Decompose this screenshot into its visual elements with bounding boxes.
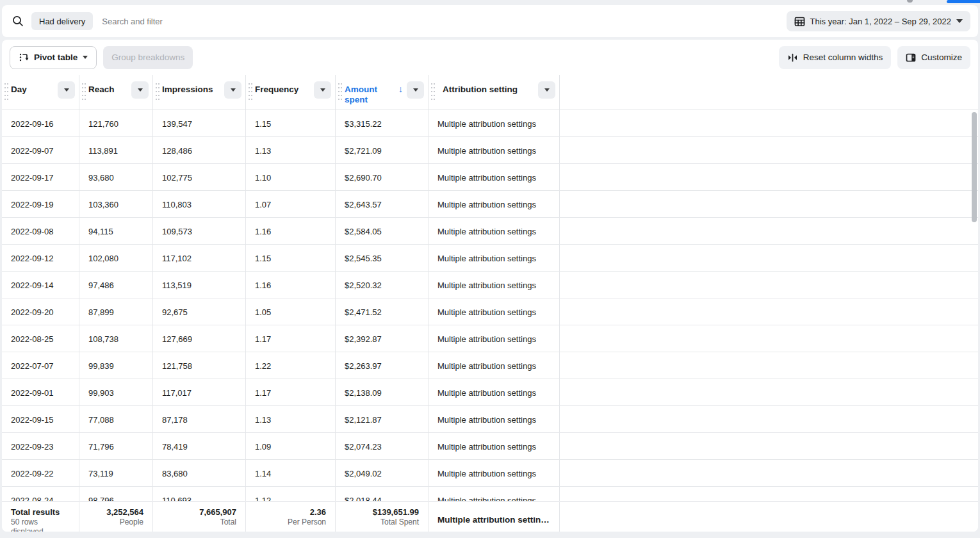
cell-impressions: 121,758 <box>153 352 246 379</box>
drag-handle-icon[interactable] <box>248 82 253 100</box>
row-filler <box>560 137 978 164</box>
cell-amount-spent: $2,074.23 <box>336 433 429 460</box>
cell-impressions: 83,680 <box>153 460 246 487</box>
column-header-label: Reach <box>88 81 129 95</box>
cell-day: 2022-08-25 <box>2 325 79 352</box>
filter-chip-label: Had delivery <box>39 17 85 26</box>
column-header-attribution-setting[interactable]: Attribution setting <box>429 75 560 110</box>
table-row: 2022-09-23 71,796 78,419 1.09 $2,074.23 … <box>2 433 978 460</box>
drag-handle-icon[interactable] <box>155 82 160 100</box>
table-header-row: Day Reach Impressions Frequency Amount s… <box>2 75 978 110</box>
column-header-frequency[interactable]: Frequency <box>246 75 336 110</box>
column-menu-button[interactable] <box>131 81 149 99</box>
row-filler <box>560 164 978 191</box>
reset-column-widths-button[interactable]: Reset column widths <box>779 46 892 69</box>
cell-frequency: 1.22 <box>246 352 336 379</box>
totals-label-cell: Total results 50 rows displayed <box>2 502 79 532</box>
cell-impressions: 117,017 <box>153 379 246 406</box>
table-row: 2022-09-12 102,080 117,102 1.15 $2,545.3… <box>2 245 978 272</box>
cell-frequency: 1.10 <box>246 164 336 191</box>
cell-day: 2022-09-15 <box>2 406 79 433</box>
row-filler <box>560 406 978 433</box>
cell-reach: 113,891 <box>79 137 153 164</box>
column-menu-button[interactable] <box>224 81 241 99</box>
cell-impressions: 110,803 <box>153 191 246 218</box>
totals-impressions-value: 7,665,907 <box>162 507 236 518</box>
cell-reach: 108,738 <box>79 325 153 352</box>
drag-handle-icon[interactable] <box>81 82 86 100</box>
table-row: 2022-09-20 87,899 92,675 1.05 $2,471.52 … <box>2 298 978 325</box>
column-header-day[interactable]: Day <box>2 75 79 110</box>
cell-impressions: 117,102 <box>153 245 246 272</box>
cell-reach: 102,080 <box>79 245 153 272</box>
customize-label: Customize <box>921 53 962 62</box>
date-range-label: This year: Jan 1, 2022 – Sep 29, 2022 <box>810 17 951 26</box>
totals-reach-cell: 3,252,564 People <box>79 502 153 532</box>
cell-amount-spent: $2,721.09 <box>336 137 429 164</box>
cell-reach: 94,115 <box>79 218 153 245</box>
drag-handle-icon[interactable] <box>430 82 436 100</box>
cell-day: 2022-09-16 <box>2 110 79 137</box>
cell-frequency: 1.14 <box>246 460 336 487</box>
cell-day: 2022-09-08 <box>2 218 79 245</box>
group-breakdowns-button: Group breakdowns <box>103 46 193 69</box>
chevron-down-icon <box>320 88 325 92</box>
totals-reach-sublabel: People <box>88 518 143 527</box>
search-input[interactable]: Search and filter <box>102 17 786 26</box>
cell-attribution-setting: Multiple attribution settings <box>429 406 560 433</box>
vertical-scrollbar[interactable] <box>972 112 977 222</box>
cell-attribution-setting: Multiple attribution settings <box>429 218 560 245</box>
cell-reach: 99,903 <box>79 379 153 406</box>
drag-handle-icon[interactable] <box>338 82 343 100</box>
filter-chip-had-delivery[interactable]: Had delivery <box>31 12 93 30</box>
cell-day: 2022-09-12 <box>2 245 79 272</box>
pivot-table-button[interactable]: Pivot table <box>10 46 97 69</box>
cell-amount-spent: $2,263.97 <box>336 352 429 379</box>
chevron-down-icon <box>83 56 88 59</box>
table-row: 2022-07-07 99,839 121,758 1.22 $2,263.97… <box>2 352 978 379</box>
date-range-selector[interactable]: This year: Jan 1, 2022 – Sep 29, 2022 <box>787 11 970 31</box>
row-filler <box>560 110 978 137</box>
column-header-amount-spent[interactable]: Amount spent ↓ <box>336 75 429 110</box>
column-menu-button[interactable] <box>58 81 75 99</box>
table-row: 2022-09-19 103,360 110,803 1.07 $2,643.5… <box>2 191 978 218</box>
header-filler <box>560 75 978 110</box>
column-header-reach[interactable]: Reach <box>79 75 153 110</box>
search-filter-bar: Had delivery Search and filter This year… <box>2 5 978 37</box>
cell-frequency: 1.12 <box>246 487 336 501</box>
drag-handle-icon[interactable] <box>4 82 9 100</box>
report-table-card: Pivot table Group breakdowns Reset colum… <box>2 40 978 532</box>
cell-day: 2022-09-20 <box>2 298 79 325</box>
cell-amount-spent: $2,392.87 <box>336 325 429 352</box>
row-filler <box>560 433 978 460</box>
cell-day: 2022-09-14 <box>2 272 79 298</box>
top-edge-icon-fragment <box>907 0 913 3</box>
table-toolbar: Pivot table Group breakdowns Reset colum… <box>2 40 978 75</box>
column-menu-button[interactable] <box>314 81 331 99</box>
search-icon <box>12 15 24 27</box>
customize-button[interactable]: Customize <box>897 46 970 69</box>
totals-impressions-cell: 7,665,907 Total <box>153 502 246 532</box>
cell-amount-spent: $2,545.35 <box>336 245 429 272</box>
totals-filler <box>560 502 978 532</box>
cell-amount-spent: $2,018.44 <box>336 487 429 501</box>
cell-attribution-setting: Multiple attribution settings <box>429 272 560 298</box>
totals-amount-spent-sublabel: Total Spent <box>345 518 419 527</box>
table-row: 2022-09-07 113,891 128,486 1.13 $2,721.0… <box>2 137 978 164</box>
column-header-label: Day <box>11 81 55 95</box>
cell-reach: 73,119 <box>79 460 153 487</box>
column-menu-button[interactable] <box>538 81 555 99</box>
totals-impressions-sublabel: Total <box>162 518 236 527</box>
cell-amount-spent: $3,315.22 <box>336 110 429 137</box>
cell-impressions: 109,573 <box>153 218 246 245</box>
cell-impressions: 110,693 <box>153 487 246 501</box>
cell-day: 2022-09-07 <box>2 137 79 164</box>
column-menu-button[interactable] <box>407 81 424 99</box>
cell-day: 2022-09-19 <box>2 191 79 218</box>
cell-reach: 99,839 <box>79 352 153 379</box>
column-header-impressions[interactable]: Impressions <box>153 75 246 110</box>
cell-frequency: 1.15 <box>246 110 336 137</box>
cell-amount-spent: $2,643.57 <box>336 191 429 218</box>
cell-day: 2022-09-22 <box>2 460 79 487</box>
row-filler <box>560 218 978 245</box>
